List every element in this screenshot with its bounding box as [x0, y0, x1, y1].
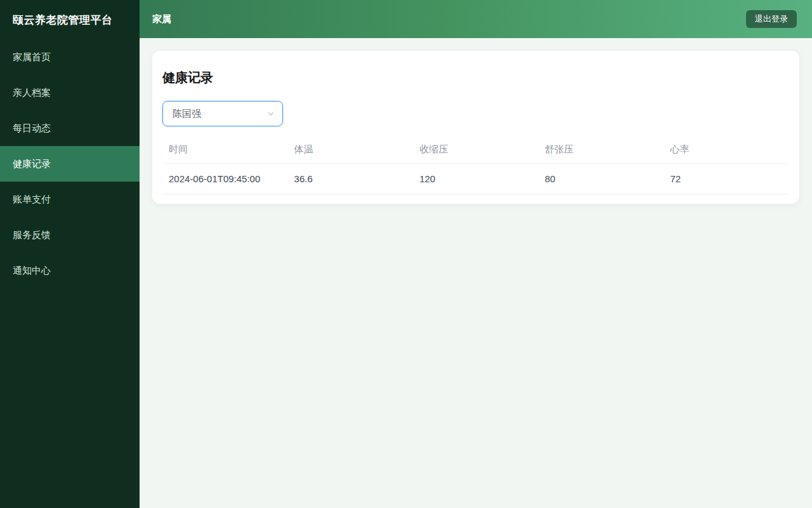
resident-select[interactable]: 陈国强 [162, 101, 283, 126]
app-root: 颐云养老院管理平台 家属首页 亲人档案 每日动态 健康记录 账单支付 服务反馈 … [0, 0, 812, 508]
sidebar: 颐云养老院管理平台 家属首页 亲人档案 每日动态 健康记录 账单支付 服务反馈 … [0, 0, 140, 508]
column-header-temperature: 体温 [288, 137, 414, 163]
table-header-row: 时间 体温 收缩压 舒张压 心率 [162, 137, 789, 163]
health-records-table: 时间 体温 收缩压 舒张压 心率 2024-06-01T09:45:00 36.… [162, 137, 789, 194]
header-role-title: 家属 [152, 13, 171, 25]
cell-systolic: 120 [413, 163, 539, 194]
sidebar-item-service-feedback[interactable]: 服务反馈 [0, 217, 140, 253]
resident-select-value: 陈国强 [173, 108, 201, 120]
cell-heart-rate: 72 [664, 163, 789, 194]
sidebar-menu: 家属首页 亲人档案 每日动态 健康记录 账单支付 服务反馈 通知中心 [0, 39, 140, 288]
sidebar-item-family-home[interactable]: 家属首页 [0, 39, 140, 75]
cell-temperature: 36.6 [288, 163, 414, 194]
column-header-diastolic: 舒张压 [539, 137, 664, 163]
logout-button[interactable]: 退出登录 [746, 10, 797, 28]
health-records-card: 健康记录 陈国强 时间 体温 收缩压 [152, 51, 799, 204]
cell-diastolic: 80 [539, 163, 664, 194]
cell-time: 2024-06-01T09:45:00 [162, 163, 288, 194]
main-column: 家属 退出登录 健康记录 陈国强 时间 [140, 0, 812, 508]
column-header-time: 时间 [162, 137, 288, 163]
column-header-heart-rate: 心率 [664, 137, 789, 163]
sidebar-item-notification-center[interactable]: 通知中心 [0, 253, 140, 288]
top-header-bar: 家属 退出登录 [140, 0, 812, 38]
card-title: 健康记录 [162, 69, 789, 86]
sidebar-item-bill-payment[interactable]: 账单支付 [0, 182, 140, 217]
column-header-systolic: 收缩压 [413, 137, 539, 163]
table-row: 2024-06-01T09:45:00 36.6 120 80 72 [162, 163, 789, 194]
sidebar-item-relative-profile[interactable]: 亲人档案 [0, 75, 140, 110]
sidebar-item-health-records[interactable]: 健康记录 [0, 146, 140, 182]
content-area: 健康记录 陈国强 时间 体温 收缩压 [140, 38, 812, 508]
chevron-down-icon [267, 110, 275, 117]
sidebar-item-daily-updates[interactable]: 每日动态 [0, 110, 140, 146]
app-logo-title: 颐云养老院管理平台 [0, 0, 140, 39]
